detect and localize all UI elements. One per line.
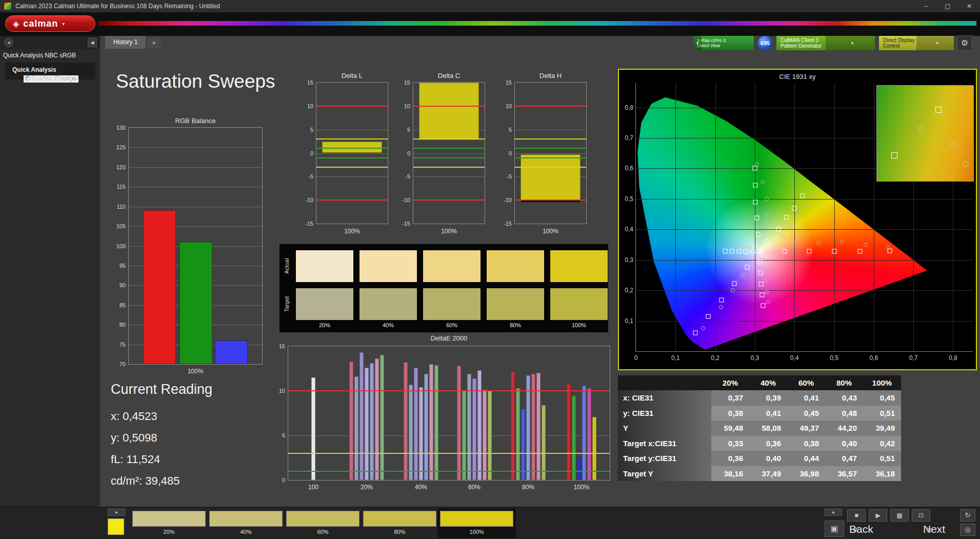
gridline [316, 130, 388, 130]
maximize-button[interactable]: ▢ [937, 0, 958, 12]
deltae-bar [577, 458, 581, 480]
y-axis-label: -15 [402, 221, 410, 227]
meter-dropdown[interactable]: X-Rite i1Pro 3 Direct View ▾ [693, 36, 754, 50]
cie-target-point [935, 107, 942, 113]
nav-circle-button[interactable]: ◂ [4, 38, 13, 47]
table-cell: 0,39 [749, 390, 787, 406]
y-axis-label: 10 [404, 103, 410, 109]
rgb-balance-chart: 707580859095100105110115120125130100% [128, 127, 263, 365]
y-axis-label: 130 [116, 125, 126, 131]
settings-gear-button[interactable]: ⚙ [957, 35, 972, 51]
sidebar-collapse-button[interactable]: ◀ [88, 38, 97, 47]
calman-app-window: Calman 2023 Calman Ultimate for Business… [0, 0, 980, 539]
table-cell: 0,37 [711, 390, 749, 406]
sidebar-item-spectral-power-dist-[interactable]: Spectral Power Dist. [5, 75, 24, 76]
gridline [129, 207, 262, 207]
gridline [834, 83, 835, 351]
cie-measured-point [788, 224, 792, 228]
chart-title-delta-l: Delta L [316, 72, 388, 79]
refresh-button[interactable]: ↻ [960, 509, 975, 522]
deltae-bar [488, 391, 492, 480]
deltae-bar [457, 366, 461, 480]
cie-measured-point [748, 246, 752, 250]
y-axis-label: 0,6 [625, 165, 633, 172]
pattern-swatch[interactable] [209, 511, 283, 527]
y-axis-label: 75 [119, 342, 126, 348]
table-cell: 37,49 [749, 466, 787, 482]
profile-badge[interactable]: 695 [758, 36, 772, 50]
cie-measured-point [731, 288, 735, 292]
tolerance-line [288, 453, 610, 454]
table-header-cell: 20% [711, 375, 749, 390]
deltae-bar [483, 390, 487, 480]
deltae-bar [572, 396, 576, 480]
pattern-swatch-label: 40% [209, 529, 283, 535]
table-cell: 0,38 [711, 406, 749, 421]
app-header: ◈ calman ▾ [0, 12, 980, 36]
delta-bar [322, 142, 382, 153]
deltae-bar [359, 352, 364, 480]
cie-target-point [758, 271, 763, 275]
tolerance-line [515, 167, 586, 168]
x-axis-label: 0,2 [711, 354, 719, 362]
pattern-swatch[interactable] [132, 511, 206, 527]
display-control-dropdown[interactable]: Direct Display Control ▾ [879, 36, 954, 50]
table-cell: 36,57 [825, 466, 863, 482]
x-axis-label: 40% [406, 484, 436, 491]
pattern-panel-toggle-button[interactable]: ▲ [108, 509, 125, 516]
deltae-bar [354, 376, 358, 480]
cie-target-point [754, 216, 759, 221]
save-icon[interactable]: ▦ [890, 509, 909, 522]
y-axis-label: 5 [310, 127, 313, 133]
x-axis-label: 80% [513, 484, 544, 491]
cie-measured-point [741, 273, 745, 277]
calman-menu-button[interactable]: ◈ calman ▾ [5, 15, 95, 32]
deltae-bar [531, 374, 535, 480]
sidebar: ◂ ◀ Quick Analysis NBC sRGB Quick Analys… [0, 36, 100, 507]
y-axis-label: 0,2 [625, 287, 633, 294]
table-cell: 0,40 [749, 451, 787, 466]
y-axis-label: -5 [308, 173, 313, 179]
minimize-button[interactable]: – [915, 0, 937, 12]
table-row-label: Target x:CIE31 [618, 436, 711, 451]
tolerance-line [316, 157, 388, 158]
pattern-generator-dropdown[interactable]: CalMAN Client 3 Pattern Generator ▾ [776, 36, 875, 50]
table-cell: 0,40 [825, 436, 863, 451]
tree-root-quick-analysis[interactable]: Quick Analysis [5, 65, 95, 75]
stop-icon[interactable]: ■ [847, 509, 866, 522]
record-button[interactable]: ◎ [960, 524, 975, 536]
table-cell: 0,41 [787, 390, 825, 406]
table-row-label: Y [618, 421, 711, 436]
cie-measured-point [796, 212, 801, 216]
close-button[interactable]: ✕ [958, 0, 980, 12]
deltae-bar [404, 362, 408, 480]
add-tab-button[interactable]: + [147, 38, 161, 48]
deltae-bar [419, 387, 423, 480]
table-cell: 0,51 [863, 451, 901, 466]
screenshot-icon[interactable]: ⊡ [912, 509, 930, 522]
tolerance-line [515, 138, 586, 139]
pattern-swatch[interactable] [286, 511, 359, 527]
deltae-bar [409, 385, 413, 480]
table-row: Target y:CIE310,360,400,440,470,51 [618, 451, 901, 466]
back-label: Back [849, 521, 873, 538]
cie-measured-point [735, 245, 739, 249]
tab-history-1[interactable]: History 1 [105, 36, 146, 49]
play-icon[interactable]: ▶ [869, 509, 887, 522]
chevron-down-icon: ▾ [826, 36, 875, 50]
gridline [129, 147, 262, 148]
pattern-swatch[interactable] [440, 511, 513, 527]
cie-target-point [723, 249, 727, 253]
cie-target-point [782, 249, 787, 253]
cie-target-point [807, 249, 811, 253]
table-cell: 0,43 [825, 390, 863, 406]
logo-text: calman [23, 18, 58, 29]
deltae-bar [365, 368, 369, 480]
pattern-swatch[interactable] [363, 511, 436, 527]
reading-x: x: 0,4523 [111, 406, 212, 427]
controls-panel-toggle-button[interactable]: ▲ [825, 509, 842, 516]
pattern-window-button[interactable]: ▣ [825, 521, 844, 537]
gridline [636, 321, 973, 322]
target-swatch [423, 288, 481, 320]
sidebar-header: ◂ ◀ [0, 36, 100, 49]
